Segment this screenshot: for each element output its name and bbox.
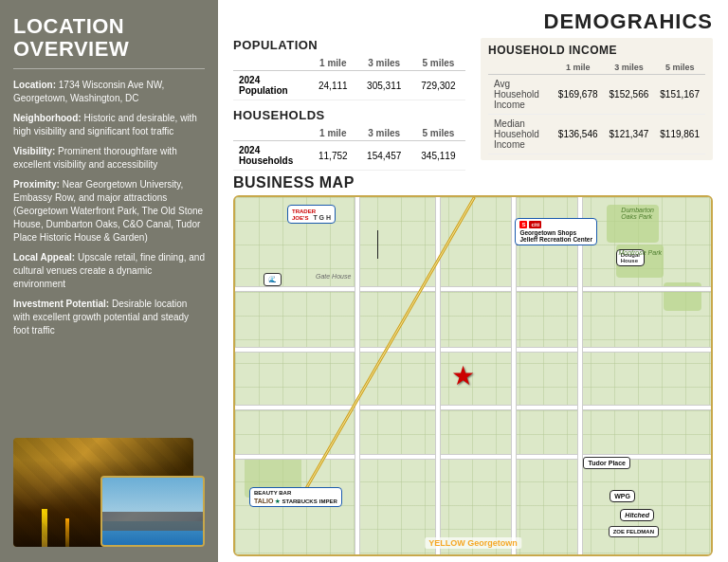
hh-col3: 5 miles — [411, 126, 465, 141]
hi-col2: 3 miles — [604, 61, 655, 75]
hh-col1: 1 mile — [309, 126, 357, 141]
pop-row-label: 2024 Population — [233, 71, 309, 100]
local-appeal-block: Local Appeal: Upscale retail, fine dinin… — [13, 251, 205, 291]
hi-col3: 5 miles — [654, 61, 705, 75]
local-label: Local Appeal: — [13, 252, 75, 263]
business-map-title: BUSINESS MAP — [233, 174, 713, 191]
visibility-label: Visibility: — [13, 146, 55, 156]
proximity-label: Proximity: — [13, 179, 60, 190]
households-section: HOUSEHOLDS 1 mile 3 miles 5 miles 2024 H… — [233, 108, 465, 171]
page-title: LOCATIONOVERVIEW — [13, 15, 205, 69]
neighborhood-label: Neighborhood: — [13, 113, 82, 123]
households-title: HOUSEHOLDS — [233, 108, 465, 122]
demographics-header: DEMOGRAHICS — [544, 9, 713, 34]
road — [235, 286, 711, 292]
table-row: 2024 Population 24,111 305,311 729,302 — [233, 71, 465, 100]
med-label: Median Household Income — [488, 115, 553, 154]
connector-line — [377, 230, 378, 259]
hh-val3: 345,119 — [411, 141, 465, 171]
road — [355, 197, 360, 554]
park-label-gate: Gate House — [316, 273, 351, 280]
business-label-zoe: ZOE FELDMAN — [609, 526, 659, 537]
avg-val2: $152,566 — [604, 75, 655, 115]
avg-val1: $169,678 — [553, 75, 604, 115]
business-label-trader-joes: TRADERJOE'S T G H — [287, 205, 336, 224]
hh-val1: 11,752 — [309, 141, 357, 171]
med-val3: $119,861 — [654, 115, 705, 154]
pop-val3: 729,302 — [411, 71, 465, 100]
table-row: Avg Household Income $169,678 $152,566 $… — [488, 75, 705, 115]
road — [435, 197, 441, 554]
road — [235, 405, 711, 410]
visibility-block: Visibility: Prominent thoroughfare with … — [13, 145, 205, 172]
med-val1: $136,546 — [553, 115, 604, 154]
pop-col3: 5 miles — [411, 56, 465, 71]
pop-col2: 3 miles — [357, 56, 411, 71]
left-panel: LOCATIONOVERVIEW Location: 1734 Wisconsi… — [0, 0, 218, 562]
business-label-wpg: WPG — [610, 490, 635, 502]
business-map: ★ TRADERJOE'S T G H S citi Georgetown Sh… — [233, 195, 713, 556]
avg-label: Avg Household Income — [488, 75, 553, 115]
proximity-block: Proximity: Near Georgetown University, E… — [13, 178, 205, 245]
location-star-marker: ★ — [451, 363, 475, 390]
hh-row-label: 2024 Households — [233, 141, 309, 171]
household-income-section: HOUSEHOLD INCOME 1 mile 3 miles 5 miles … — [481, 38, 713, 171]
stats-section: POPULATION 1 mile 3 miles 5 miles 2024 P… — [218, 38, 728, 171]
households-table: 1 mile 3 miles 5 miles 2024 Households 1… — [233, 126, 465, 171]
business-label-tudor: Tudor Place — [583, 457, 630, 469]
road — [235, 347, 711, 353]
road — [235, 454, 711, 460]
hi-title: HOUSEHOLD INCOME — [488, 44, 705, 57]
business-label-bottom-cluster: BEAUTY BAR TALIO ★ STARBUCKS IMPER — [249, 487, 342, 507]
business-label-hitched: Hitched — [620, 509, 654, 521]
location-images — [13, 414, 205, 547]
med-val2: $121,347 — [604, 115, 655, 154]
pop-val2: 305,311 — [357, 71, 411, 100]
location-label: Location: — [13, 80, 56, 90]
business-label-surf: 🌊 — [264, 273, 282, 286]
avg-val3: $151,167 — [654, 75, 705, 115]
business-label-georgetown-shops: S citi Georgetown ShopsJelleff Recreatio… — [515, 218, 597, 245]
pop-val1: 24,111 — [309, 71, 357, 100]
hi-box: HOUSEHOLD INCOME 1 mile 3 miles 5 miles … — [481, 38, 713, 160]
business-map-section: BUSINESS MAP ★ — [218, 171, 728, 562]
park-label-dumbarton: DumbartonOaks Park — [621, 207, 654, 220]
location-block: Location: 1734 Wisconsin Ave NW, Georget… — [13, 79, 205, 105]
geo-label: YELLOW Georgetown — [425, 537, 521, 549]
investment-block: Investment Potential: Desirable location… — [13, 298, 205, 337]
population-title: POPULATION — [233, 38, 465, 52]
neighborhood-block: Neighborhood: Historic and desirable, wi… — [13, 112, 205, 138]
population-section: POPULATION 1 mile 3 miles 5 miles 2024 P… — [233, 38, 465, 100]
right-panel: DEMOGRAHICS POPULATION 1 mile 3 miles 5 … — [218, 0, 728, 562]
hh-val2: 154,457 — [357, 141, 411, 171]
hi-col1: 1 mile — [553, 61, 604, 75]
overlay-bridge-image — [100, 476, 205, 547]
pop-col1: 1 mile — [309, 56, 357, 71]
road — [577, 197, 583, 554]
road — [511, 197, 517, 554]
table-row: Median Household Income $136,546 $121,34… — [488, 115, 705, 154]
park-label-montrose: Montrose Park — [618, 249, 662, 256]
stats-left: POPULATION 1 mile 3 miles 5 miles 2024 P… — [233, 38, 465, 171]
table-row: 2024 Households 11,752 154,457 345,119 — [233, 141, 465, 171]
population-table: 1 mile 3 miles 5 miles 2024 Population 2… — [233, 56, 465, 100]
hh-col2: 3 miles — [357, 126, 411, 141]
top-bar: DEMOGRAHICS — [218, 0, 728, 34]
investment-label: Investment Potential: — [13, 299, 109, 309]
hi-table: 1 mile 3 miles 5 miles Avg Household Inc… — [488, 61, 705, 154]
